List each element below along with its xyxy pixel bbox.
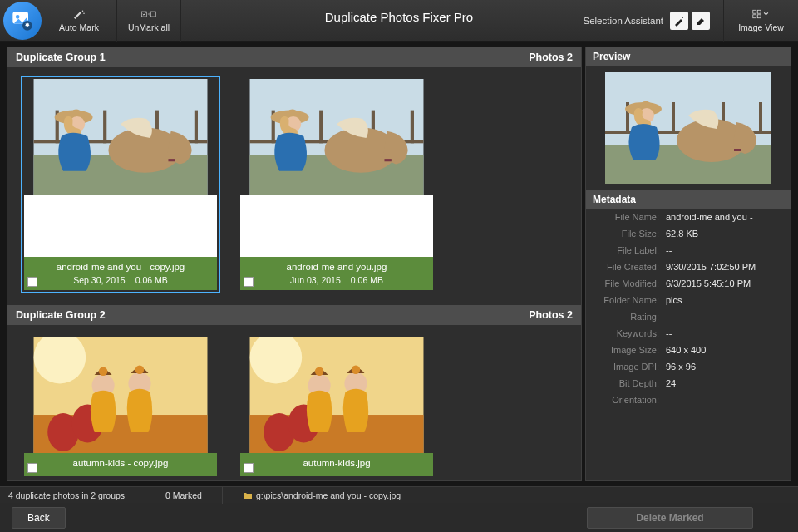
status-bar: 4 duplicate photos in 2 groups 0 Marked … [0,486,798,503]
metadata-key: File Name: [589,212,666,222]
metadata-row: Rating:--- [586,308,791,325]
group-thumbs: android-me and you - copy.jpgSep 30, 201… [7,76,581,305]
photo-thumbnail [240,337,433,453]
results-panel: Duplicate Group 1Photos 2android-me and … [7,47,582,481]
metadata-value: android-me and you - [666,212,787,222]
folder-icon [243,490,253,500]
metadata-row: File Created:9/30/2015 7:02:50 PM [586,259,791,275]
unmark-all-label: UnMark all [128,22,170,32]
svg-rect-28 [752,10,756,13]
photo-caption: autumn-kids.jpg [240,453,433,476]
image-view-button[interactable]: Image View [723,0,798,42]
auto-mark-button[interactable]: Auto Mark [47,0,111,42]
eraser-icon [695,15,707,27]
svg-rect-30 [752,15,756,18]
photo-checkbox[interactable] [244,277,254,287]
metadata-key: File Modified: [589,278,666,288]
photo-size: 0.06 MB [351,275,383,285]
metadata-value [666,395,787,405]
unmark-all-button[interactable]: UnMark all [116,0,181,42]
photo-checkbox[interactable] [244,463,254,473]
svg-rect-29 [757,10,761,13]
results-scroll[interactable]: Duplicate Group 1Photos 2android-me and … [7,47,581,480]
group-thumbs: autumn-kids - copy.jpgautumn-kids.jpg [7,333,581,480]
status-marked: 0 Marked [165,487,223,504]
metadata-key: File Size: [589,229,666,239]
status-path: g:\pics\android-me and you - copy.jpg [243,487,421,504]
metadata-key: Bit Depth: [589,378,666,388]
metadata-key: Keywords: [589,328,666,338]
svg-point-21 [16,15,20,19]
metadata-row: File Label:-- [586,242,791,259]
status-path-text: g:\pics\android-me and you - copy.jpg [256,490,401,500]
photo-filename: android-me and you - copy.jpg [27,262,214,272]
photo-date: Jun 03, 2015 [290,275,341,285]
photo-caption: android-me and you - copy.jpgSep 30, 201… [24,257,217,290]
svg-rect-31 [757,15,761,18]
grid-icon [752,8,771,20]
preview-header: Preview [586,47,791,66]
group-header[interactable]: Duplicate Group 1Photos 2 [7,47,581,67]
photo-card[interactable]: autumn-kids.jpg [237,333,436,480]
metadata-value: 24 [666,378,787,388]
metadata-value: -- [666,245,787,255]
metadata-value: 96 x 96 [666,362,787,372]
photo-filename: android-me and you.jpg [244,262,430,272]
group-count: Photos 2 [529,309,573,321]
footer-bar: Back Delete Marked [0,503,798,532]
photo-filename: autumn-kids - copy.jpg [27,458,214,468]
svg-point-27 [682,17,683,18]
side-panel: Preview Metadata File Name:android-me an… [585,47,791,481]
photo-size: 0.06 MB [135,275,168,285]
metadata-row: Keywords:-- [586,325,791,342]
image-view-label: Image View [738,22,784,32]
metadata-value: -- [666,328,787,338]
photo-caption: android-me and you.jpgJun 03, 20150.06 M… [240,257,433,290]
photo-card[interactable]: autumn-kids - copy.jpg [21,333,220,480]
metadata-key: Orientation: [589,395,666,405]
photo-thumbnail [24,337,217,453]
metadata-row: File Name:android-me and you - [586,209,791,225]
photo-card[interactable]: android-me and you.jpgJun 03, 20150.06 M… [237,76,436,293]
back-button[interactable]: Back [12,507,66,529]
metadata-row: Orientation: [586,392,791,408]
metadata-row: File Size:62.8 KB [586,225,791,242]
metadata-header: Metadata [586,190,791,209]
svg-rect-26 [150,12,155,17]
selection-tool-2-button[interactable] [692,12,710,30]
metadata-key: File Label: [589,245,666,255]
metadata-key: Rating: [589,312,666,322]
metadata-value: 6/3/2015 5:45:10 PM [666,278,787,288]
metadata-key: Image DPI: [589,362,666,372]
photo-date: Sep 30, 2015 [73,275,125,285]
photo-card[interactable]: android-me and you - copy.jpgSep 30, 201… [21,76,220,293]
toolbar: Auto Mark UnMark all Duplicate Photos Fi… [0,0,798,42]
wand-dark-icon [673,15,685,27]
selection-tool-1-button[interactable] [670,12,688,30]
svg-point-24 [83,13,85,15]
metadata-key: Image Size: [589,345,666,355]
metadata-value: 62.8 KB [666,229,787,239]
photo-filename: autumn-kids.jpg [244,458,430,468]
metadata-value: 9/30/2015 7:02:50 PM [666,262,787,272]
app-logo [3,2,42,40]
metadata-row: Image DPI:96 x 96 [586,358,791,375]
group-count: Photos 2 [529,52,573,63]
wand-icon [71,8,86,20]
photo-caption: autumn-kids - copy.jpg [24,453,217,476]
photo-checkbox[interactable] [27,463,37,473]
preview-image [586,66,791,190]
group-title: Duplicate Group 1 [16,52,106,63]
metadata-list[interactable]: File Name:android-me and you -File Size:… [586,209,791,480]
metadata-value: 640 x 400 [666,345,787,355]
auto-mark-label: Auto Mark [59,22,99,32]
metadata-key: File Created: [589,262,666,272]
delete-marked-button[interactable]: Delete Marked [587,507,753,529]
unmark-icon [141,8,156,20]
app-title: Duplicate Photos Fixer Pro [325,10,473,24]
metadata-value: pics [666,295,787,305]
status-summary: 4 duplicate photos in 2 groups [8,487,145,504]
photo-checkbox[interactable] [27,277,37,287]
photo-thumbnail [24,79,217,195]
group-header[interactable]: Duplicate Group 2Photos 2 [7,305,581,325]
